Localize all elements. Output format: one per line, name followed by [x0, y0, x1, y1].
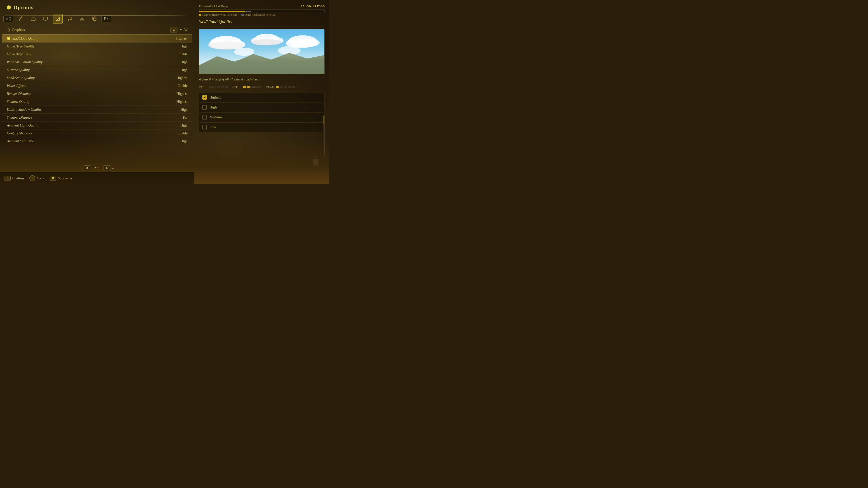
- vram-legend: Monster Hunter Wilds 5.76 GB Other Appli…: [199, 13, 324, 17]
- filter-x-button[interactable]: X: [170, 27, 178, 33]
- tab-display[interactable]: [40, 14, 51, 24]
- setting-row-ambient-occlusion[interactable]: Ambient Occlusion High: [2, 137, 192, 145]
- perf-cpu-blocks: [209, 86, 228, 88]
- setting-value-13: High: [180, 139, 188, 143]
- submenu-key: R: [50, 176, 56, 181]
- setting-name-4: Surface Quality: [7, 68, 30, 72]
- setting-row-sky-cloud[interactable]: Sky/Cloud Quality Highest: [2, 34, 192, 42]
- svg-point-13: [208, 41, 244, 50]
- checkmark-highest: ✓: [203, 96, 206, 99]
- setting-row-grass-tree[interactable]: Grass/Tree Quality High: [2, 42, 192, 51]
- perf-gpu-blocks: [243, 86, 261, 88]
- setting-value-11: High: [180, 123, 188, 127]
- detail-title: Sky/Cloud Quality: [199, 19, 324, 26]
- quality-checkbox-high: [202, 105, 207, 109]
- quality-item-low[interactable]: Low: [199, 123, 324, 132]
- nav-right-key: E: [104, 17, 106, 21]
- setting-row-water[interactable]: Water Effects Enable: [2, 82, 192, 90]
- quality-label-highest: Highest: [210, 95, 221, 99]
- setting-row-ambient-light[interactable]: Ambient Light Quality High: [2, 122, 192, 129]
- setting-name-5: Sand/Snow Quality: [7, 76, 35, 80]
- cpu-block-5: [225, 86, 228, 88]
- vram-block-2: [280, 86, 283, 88]
- setting-row-wind-sim[interactable]: Wind Simulation Quality High: [2, 58, 192, 66]
- svg-rect-0: [31, 18, 35, 21]
- quality-label-low: Low: [210, 125, 216, 129]
- setting-name-6: Water Effects: [7, 84, 26, 88]
- quality-list: ✓ Highest High Medium Low: [199, 93, 324, 132]
- gpu-block-2: [247, 86, 250, 88]
- setting-row-surface[interactable]: Surface Quality High: [2, 66, 192, 74]
- tab-audio[interactable]: [65, 14, 75, 24]
- prev-key: A: [84, 165, 91, 171]
- setting-row-render-dist[interactable]: Render Distance Highest: [2, 90, 192, 98]
- tab-nav-left[interactable]: « Q: [3, 15, 14, 22]
- tab-tools[interactable]: [16, 14, 26, 24]
- vram-header: Estimated VRAM Usage 6.51 GB / 15.77 GB: [199, 4, 324, 8]
- vram-bar-mhw: [199, 11, 245, 12]
- setting-name-11: Ambient Light Quality: [7, 123, 39, 127]
- back-label: Back: [37, 176, 44, 180]
- gpu-block-4: [254, 86, 257, 88]
- perf-cpu: CPU: [199, 86, 228, 89]
- setting-value-0: Highest: [176, 36, 187, 40]
- confirm-label: Confirm: [12, 176, 24, 180]
- vram-display: 6.51 GB / 15.77 GB: [301, 4, 324, 8]
- tab-nav-right[interactable]: E »: [101, 15, 112, 22]
- tab-person[interactable]: [77, 14, 87, 24]
- setting-row-contact-shadows[interactable]: Contact Shadows Enable: [2, 129, 192, 137]
- section-icon: ⬡: [7, 28, 10, 32]
- tab-globe[interactable]: [89, 14, 99, 24]
- section-header: ⬡ Graphics X ▼ All: [2, 25, 192, 34]
- page-next[interactable]: D »: [103, 165, 114, 171]
- vram-block-3: [284, 86, 287, 88]
- quality-scrollbar[interactable]: [323, 115, 324, 156]
- quality-checkbox-medium: [202, 115, 207, 120]
- setting-row-shadow-dist[interactable]: Shadow Distance Far: [2, 113, 192, 122]
- tab-graphics[interactable]: [53, 14, 63, 24]
- vram-label: Estimated VRAM Usage: [199, 4, 228, 8]
- setting-name-7: Render Distance: [7, 92, 31, 96]
- vram-mhw-label: Monster Hunter Wilds: [202, 13, 226, 17]
- setting-row-distant-shadow[interactable]: Distant Shadow Quality High: [2, 106, 192, 113]
- setting-value-8: Highest: [176, 100, 188, 104]
- page-indicator: 2 / 3: [94, 166, 100, 170]
- setting-value-2: Enable: [178, 52, 188, 56]
- next-key: D: [103, 165, 111, 171]
- action-confirm[interactable]: F Confirm: [4, 176, 24, 181]
- back-key: 0: [29, 175, 35, 181]
- quality-checkbox-highest: ✓: [202, 95, 207, 100]
- action-back[interactable]: 0 Back: [29, 175, 44, 181]
- filter-all[interactable]: ▼ All: [179, 28, 188, 32]
- scrollbar-thumb[interactable]: [323, 116, 324, 125]
- section-title-label: Graphics: [12, 28, 25, 32]
- gpu-block-1: [243, 86, 246, 88]
- quality-item-medium[interactable]: Medium: [199, 112, 324, 122]
- tab-controller[interactable]: [28, 14, 38, 24]
- setting-name-2: Grass/Tree Sway: [7, 52, 31, 56]
- svg-point-17: [252, 39, 281, 45]
- vram-section: Estimated VRAM Usage 6.51 GB / 15.77 GB …: [199, 4, 324, 17]
- quality-item-highest[interactable]: ✓ Highest: [199, 93, 324, 102]
- filter-icon: ▼: [179, 28, 182, 32]
- setting-row-shadow-qual[interactable]: Shadow Quality Highest: [2, 98, 192, 106]
- setting-row-grass-sway[interactable]: Grass/Tree Sway Enable: [2, 51, 192, 58]
- vram-other-value: 0.75 GB: [267, 13, 276, 17]
- tab-bar: « Q: [0, 13, 194, 25]
- setting-value-12: Enable: [178, 131, 188, 135]
- nav-left-symbol: «: [6, 17, 8, 21]
- setting-name-0: Sky/Cloud Quality: [12, 36, 39, 40]
- quality-item-high[interactable]: High: [199, 103, 324, 112]
- perf-vram: VRAM: [266, 86, 295, 89]
- setting-name-3: Wind Simulation Quality: [7, 60, 42, 64]
- bottom-bar: F Confirm 0 Back R Sub-menu: [0, 172, 194, 184]
- setting-row-sand-snow[interactable]: Sand/Snow Quality Highest: [2, 74, 192, 82]
- left-panel: Options « Q: [0, 0, 194, 184]
- page-prev[interactable]: « A: [81, 165, 91, 171]
- perf-vram-blocks: [276, 86, 295, 88]
- quality-checkbox-low: [202, 125, 207, 129]
- quality-label-medium: Medium: [210, 115, 222, 119]
- performance-bars: CPU GPU VRAM: [199, 86, 324, 89]
- action-submenu[interactable]: R Sub-menu: [50, 176, 72, 181]
- detail-description: Adjusts the image quality for the sky an…: [199, 77, 324, 82]
